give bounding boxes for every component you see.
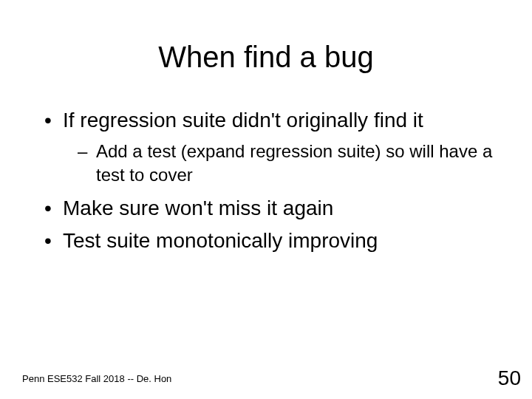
slide-content: If regression suite didn't originally fi…	[37, 107, 495, 255]
bullet-level-1: Make sure won't miss it again	[44, 195, 495, 222]
slide-title: When find a bug	[37, 41, 495, 74]
bullet-level-2: Add a test (expand regression suite) so …	[44, 140, 495, 185]
bullet-level-1: If regression suite didn't originally fi…	[44, 107, 495, 134]
footer-course-info: Penn ESE532 Fall 2018 -- De. Hon	[22, 373, 171, 384]
bullet-level-1: Test suite monotonically improving	[44, 228, 495, 254]
footer-page-number: 50	[498, 366, 521, 390]
slide-container: When find a bug If regression suite didn…	[0, 0, 532, 399]
